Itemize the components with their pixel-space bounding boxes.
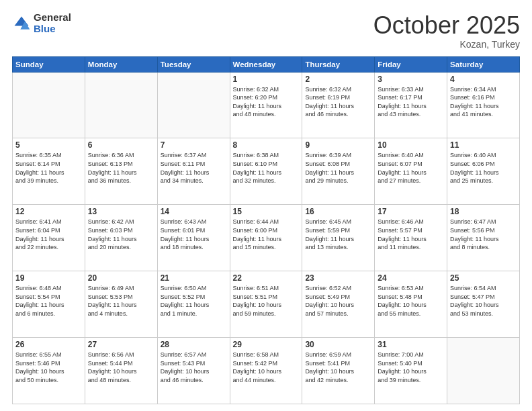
logo: General Blue (12, 12, 71, 34)
calendar-cell: 27Sunrise: 6:56 AM Sunset: 5:44 PM Dayli… (85, 338, 157, 404)
day-number: 4 (450, 75, 517, 84)
calendar-cell: 8Sunrise: 6:38 AM Sunset: 6:10 PM Daylig… (230, 138, 302, 205)
day-info: Sunrise: 6:32 AM Sunset: 6:20 PM Dayligh… (233, 85, 300, 119)
day-info: Sunrise: 6:59 AM Sunset: 5:41 PM Dayligh… (305, 351, 371, 384)
month-title: October 2025 (373, 12, 520, 39)
day-info: Sunrise: 6:34 AM Sunset: 6:16 PM Dayligh… (450, 85, 517, 119)
calendar-cell: 14Sunrise: 6:43 AM Sunset: 6:01 PM Dayli… (157, 205, 230, 271)
day-info: Sunrise: 6:38 AM Sunset: 6:10 PM Dayligh… (233, 151, 300, 185)
day-info: Sunrise: 6:49 AM Sunset: 5:53 PM Dayligh… (88, 284, 154, 318)
location-subtitle: Kozan, Turkey (373, 39, 520, 50)
calendar-cell: 13Sunrise: 6:42 AM Sunset: 6:03 PM Dayli… (85, 205, 157, 271)
day-info: Sunrise: 6:58 AM Sunset: 5:42 PM Dayligh… (233, 351, 300, 384)
calendar-cell: 6Sunrise: 6:36 AM Sunset: 6:13 PM Daylig… (85, 138, 157, 205)
day-number: 26 (15, 340, 82, 349)
calendar-cell: 31Sunrise: 7:00 AM Sunset: 5:40 PM Dayli… (375, 338, 447, 404)
day-info: Sunrise: 6:47 AM Sunset: 5:56 PM Dayligh… (450, 218, 517, 251)
calendar-header-thursday: Thursday (302, 56, 375, 72)
day-number: 19 (15, 273, 82, 283)
day-info: Sunrise: 6:48 AM Sunset: 5:54 PM Dayligh… (15, 284, 82, 318)
calendar-cell: 22Sunrise: 6:51 AM Sunset: 5:51 PM Dayli… (230, 271, 302, 338)
header: General Blue October 2025 Kozan, Turkey (12, 12, 520, 50)
calendar-cell: 15Sunrise: 6:44 AM Sunset: 6:00 PM Dayli… (230, 205, 302, 271)
day-number: 8 (233, 140, 300, 150)
calendar-cell: 11Sunrise: 6:40 AM Sunset: 6:06 PM Dayli… (447, 138, 520, 205)
calendar-cell: 7Sunrise: 6:37 AM Sunset: 6:11 PM Daylig… (157, 138, 230, 205)
calendar-cell: 2Sunrise: 6:32 AM Sunset: 6:19 PM Daylig… (302, 72, 375, 138)
day-number: 2 (305, 75, 371, 84)
day-number: 31 (378, 340, 444, 349)
day-number: 15 (233, 207, 300, 216)
calendar-header-monday: Monday (85, 56, 157, 72)
day-number: 9 (305, 140, 371, 150)
day-number: 6 (88, 140, 154, 150)
calendar-cell: 23Sunrise: 6:52 AM Sunset: 5:49 PM Dayli… (302, 271, 375, 338)
logo-icon (12, 14, 31, 33)
day-number: 29 (233, 340, 300, 349)
logo-text: General Blue (34, 12, 71, 34)
title-block: October 2025 Kozan, Turkey (373, 12, 520, 50)
day-number: 27 (88, 340, 154, 349)
day-info: Sunrise: 6:57 AM Sunset: 5:43 PM Dayligh… (161, 351, 227, 384)
day-info: Sunrise: 6:40 AM Sunset: 6:06 PM Dayligh… (450, 151, 517, 185)
day-info: Sunrise: 6:33 AM Sunset: 6:17 PM Dayligh… (378, 85, 444, 119)
calendar-week-1: 1Sunrise: 6:32 AM Sunset: 6:20 PM Daylig… (13, 72, 520, 138)
day-number: 10 (378, 140, 444, 150)
day-info: Sunrise: 6:41 AM Sunset: 6:04 PM Dayligh… (15, 218, 82, 251)
day-info: Sunrise: 6:40 AM Sunset: 6:07 PM Dayligh… (378, 151, 444, 185)
day-number: 28 (161, 340, 227, 349)
calendar-header-friday: Friday (375, 56, 447, 72)
page: General Blue October 2025 Kozan, Turkey … (0, 0, 532, 411)
calendar-cell: 1Sunrise: 6:32 AM Sunset: 6:20 PM Daylig… (230, 72, 302, 138)
day-info: Sunrise: 6:46 AM Sunset: 5:57 PM Dayligh… (378, 218, 444, 251)
day-info: Sunrise: 6:44 AM Sunset: 6:00 PM Dayligh… (233, 218, 300, 251)
day-number: 12 (15, 207, 82, 216)
calendar-week-2: 5Sunrise: 6:35 AM Sunset: 6:14 PM Daylig… (13, 138, 520, 205)
calendar-header-tuesday: Tuesday (157, 56, 230, 72)
day-info: Sunrise: 7:00 AM Sunset: 5:40 PM Dayligh… (378, 351, 444, 384)
day-info: Sunrise: 6:51 AM Sunset: 5:51 PM Dayligh… (233, 284, 300, 318)
day-info: Sunrise: 6:53 AM Sunset: 5:48 PM Dayligh… (378, 284, 444, 318)
day-number: 3 (378, 75, 444, 84)
day-info: Sunrise: 6:54 AM Sunset: 5:47 PM Dayligh… (450, 284, 517, 318)
calendar-cell (85, 72, 157, 138)
calendar-week-3: 12Sunrise: 6:41 AM Sunset: 6:04 PM Dayli… (13, 205, 520, 271)
day-number: 13 (88, 207, 154, 216)
day-info: Sunrise: 6:37 AM Sunset: 6:11 PM Dayligh… (161, 151, 227, 185)
calendar-header-row: SundayMondayTuesdayWednesdayThursdayFrid… (13, 56, 520, 72)
day-info: Sunrise: 6:50 AM Sunset: 5:52 PM Dayligh… (161, 284, 227, 318)
day-number: 17 (378, 207, 444, 216)
calendar-header-saturday: Saturday (447, 56, 520, 72)
calendar-cell: 17Sunrise: 6:46 AM Sunset: 5:57 PM Dayli… (375, 205, 447, 271)
calendar-cell: 29Sunrise: 6:58 AM Sunset: 5:42 PM Dayli… (230, 338, 302, 404)
day-number: 11 (450, 140, 517, 150)
calendar-cell: 10Sunrise: 6:40 AM Sunset: 6:07 PM Dayli… (375, 138, 447, 205)
calendar-cell: 21Sunrise: 6:50 AM Sunset: 5:52 PM Dayli… (157, 271, 230, 338)
day-info: Sunrise: 6:45 AM Sunset: 5:59 PM Dayligh… (305, 218, 371, 251)
day-info: Sunrise: 6:35 AM Sunset: 6:14 PM Dayligh… (15, 151, 82, 185)
calendar-cell: 4Sunrise: 6:34 AM Sunset: 6:16 PM Daylig… (447, 72, 520, 138)
calendar-cell: 18Sunrise: 6:47 AM Sunset: 5:56 PM Dayli… (447, 205, 520, 271)
day-number: 7 (161, 140, 227, 150)
calendar-cell: 26Sunrise: 6:55 AM Sunset: 5:46 PM Dayli… (13, 338, 85, 404)
day-info: Sunrise: 6:52 AM Sunset: 5:49 PM Dayligh… (305, 284, 371, 318)
calendar-week-5: 26Sunrise: 6:55 AM Sunset: 5:46 PM Dayli… (13, 338, 520, 404)
day-number: 21 (161, 273, 227, 283)
calendar-cell (447, 338, 520, 404)
day-number: 25 (450, 273, 517, 283)
calendar-cell: 3Sunrise: 6:33 AM Sunset: 6:17 PM Daylig… (375, 72, 447, 138)
logo-blue-text: Blue (34, 24, 71, 35)
calendar-cell: 16Sunrise: 6:45 AM Sunset: 5:59 PM Dayli… (302, 205, 375, 271)
calendar-cell: 12Sunrise: 6:41 AM Sunset: 6:04 PM Dayli… (13, 205, 85, 271)
day-info: Sunrise: 6:39 AM Sunset: 6:08 PM Dayligh… (305, 151, 371, 185)
calendar-header-sunday: Sunday (13, 56, 85, 72)
logo-general-text: General (34, 12, 71, 24)
day-number: 5 (15, 140, 82, 150)
day-info: Sunrise: 6:43 AM Sunset: 6:01 PM Dayligh… (161, 218, 227, 251)
day-number: 23 (305, 273, 371, 283)
day-number: 18 (450, 207, 517, 216)
day-info: Sunrise: 6:55 AM Sunset: 5:46 PM Dayligh… (15, 351, 82, 384)
day-number: 22 (233, 273, 300, 283)
calendar-cell: 9Sunrise: 6:39 AM Sunset: 6:08 PM Daylig… (302, 138, 375, 205)
calendar-cell: 5Sunrise: 6:35 AM Sunset: 6:14 PM Daylig… (13, 138, 85, 205)
